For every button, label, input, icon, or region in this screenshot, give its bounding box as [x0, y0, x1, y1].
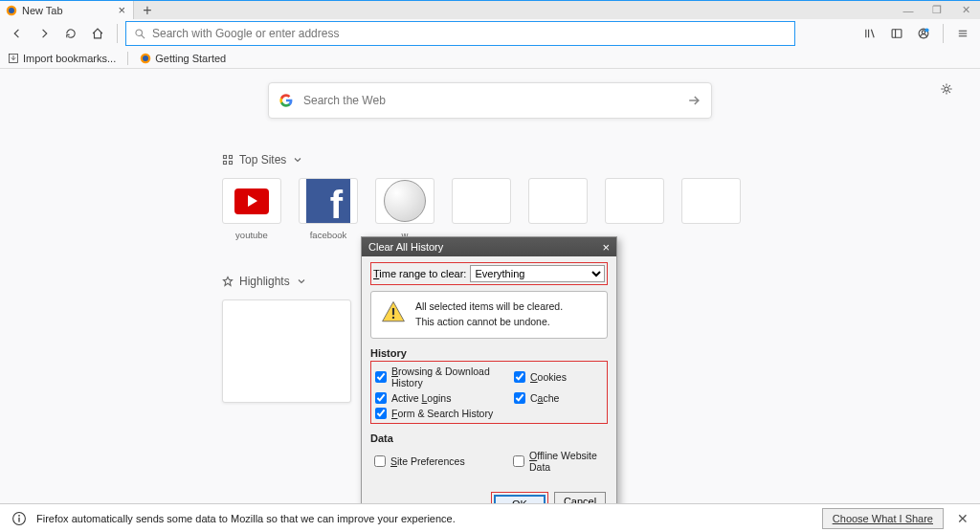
chevron-down-icon — [296, 276, 307, 287]
menu-button[interactable] — [951, 22, 974, 45]
customize-button[interactable] — [940, 82, 953, 99]
choose-share-button[interactable]: Choose What I Share — [822, 508, 944, 529]
firefox-icon — [6, 5, 17, 16]
top-sites-tiles: youtube facebook w — [222, 178, 758, 240]
svg-rect-14 — [230, 162, 233, 165]
tile-blank[interactable] — [452, 178, 511, 240]
highlights-label: Highlights — [239, 275, 290, 288]
import-bookmarks-button[interactable]: Import bookmarks... — [8, 53, 116, 64]
info-icon — [11, 511, 27, 526]
dialog-title-bar[interactable]: Clear All History × — [362, 237, 616, 256]
bookmarks-toolbar: Import bookmarks... Getting Started — [0, 48, 980, 69]
svg-point-2 — [136, 29, 143, 35]
grid-icon — [222, 154, 234, 166]
chevron-down-icon — [292, 154, 303, 166]
minimize-button[interactable]: — — [894, 1, 923, 19]
clear-history-dialog: Clear All History × Time range to clear:… — [361, 236, 617, 509]
history-group-label: History — [370, 347, 608, 359]
browser-tab[interactable]: New Tab × — [0, 1, 134, 19]
svg-point-1 — [9, 8, 14, 13]
time-range-label: Time range to clear: — [373, 268, 466, 279]
svg-point-6 — [924, 28, 928, 32]
data-group-label: Data — [370, 432, 608, 444]
tile-blank[interactable] — [528, 178, 588, 240]
tile-blank[interactable] — [681, 178, 741, 240]
svg-point-10 — [945, 87, 948, 91]
title-bar: New Tab × + — ❐ ✕ — [0, 0, 980, 19]
tab-title: New Tab — [22, 5, 111, 16]
svg-rect-13 — [224, 162, 227, 165]
getting-started-bookmark[interactable]: Getting Started — [140, 53, 226, 64]
cb-offline-data[interactable]: Offline Website Data — [513, 450, 599, 473]
cb-active-logins[interactable]: Active Logins — [375, 392, 514, 404]
svg-point-9 — [143, 55, 148, 61]
cb-site-prefs[interactable]: Site Preferences — [374, 450, 513, 473]
tile-blank[interactable] — [605, 178, 664, 240]
youtube-icon — [234, 188, 269, 214]
warn-line2: This action cannot be undone. — [415, 315, 563, 330]
svg-rect-12 — [230, 156, 233, 159]
tile-wikipedia[interactable]: w — [375, 178, 434, 240]
svg-rect-3 — [892, 30, 902, 37]
reload-button[interactable] — [59, 22, 82, 45]
top-sites-label: Top Sites — [239, 153, 286, 166]
svg-rect-19 — [18, 517, 19, 521]
new-tab-button[interactable]: + — [134, 1, 161, 19]
cb-cookies[interactable]: Cookies — [514, 366, 600, 388]
top-sites-header[interactable]: Top Sites — [222, 153, 758, 166]
web-search-box[interactable] — [268, 82, 712, 119]
svg-point-18 — [18, 514, 20, 516]
bm-import-label: Import bookmarks... — [23, 53, 116, 64]
wikipedia-icon — [384, 180, 426, 222]
page-content: Top Sites youtube facebook w Highligh — [0, 69, 980, 509]
submit-search-icon[interactable] — [686, 93, 702, 108]
svg-rect-11 — [224, 156, 227, 159]
history-checkbox-group: Browsing & Download History Cookies Acti… — [370, 361, 608, 424]
warning-icon — [381, 299, 406, 324]
library-button[interactable] — [858, 22, 881, 45]
cb-form-search[interactable]: Form & Search History — [375, 408, 514, 419]
banner-text: Firefox automatically sends some data to… — [36, 513, 822, 524]
cb-cache[interactable]: Cache — [514, 392, 600, 404]
time-range-row: Time range to clear: Everything — [370, 262, 608, 285]
time-range-select[interactable]: Everything — [470, 265, 605, 282]
privacy-banner: Firefox automatically sends some data to… — [0, 503, 980, 532]
google-icon — [278, 93, 294, 108]
navigation-bar — [0, 19, 980, 48]
banner-close-icon[interactable]: ✕ — [957, 511, 969, 526]
url-input[interactable] — [152, 27, 787, 40]
maximize-button[interactable]: ❐ — [923, 1, 951, 19]
svg-point-5 — [922, 31, 925, 33]
forward-button[interactable] — [33, 22, 56, 45]
dialog-close-icon[interactable]: × — [602, 240, 610, 255]
facebook-icon — [306, 179, 350, 223]
tile-youtube[interactable]: youtube — [222, 178, 281, 240]
svg-rect-15 — [392, 308, 394, 315]
highlights-icon — [222, 276, 234, 287]
search-icon — [134, 28, 146, 40]
home-button[interactable] — [86, 22, 109, 45]
web-search-input[interactable] — [303, 94, 686, 107]
svg-rect-16 — [392, 317, 394, 319]
warn-line1: All selected items will be cleared. — [415, 299, 563, 315]
tab-close-icon[interactable]: × — [116, 3, 127, 17]
dialog-title: Clear All History — [368, 241, 602, 253]
firefox-icon — [140, 53, 151, 64]
sidebar-button[interactable] — [885, 22, 908, 45]
tile-facebook[interactable]: facebook — [299, 178, 358, 240]
warning-box: All selected items will be cleared. This… — [370, 291, 608, 339]
close-window-button[interactable]: ✕ — [951, 1, 980, 19]
url-bar[interactable] — [125, 21, 795, 46]
back-button[interactable] — [6, 22, 29, 45]
cb-browsing[interactable]: Browsing & Download History — [375, 366, 514, 388]
highlight-card[interactable] — [222, 299, 351, 403]
account-button[interactable] — [912, 22, 935, 45]
data-checkbox-group: Site Preferences Offline Website Data — [370, 446, 608, 477]
bm-started-label: Getting Started — [155, 53, 226, 64]
import-icon — [8, 53, 19, 64]
